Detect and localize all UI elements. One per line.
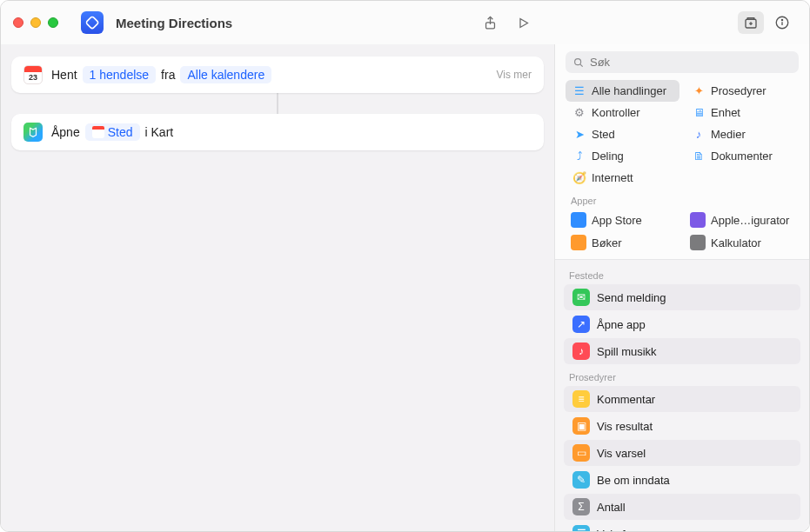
pinned-item-send-message[interactable]: ✉︎Send melding [564,284,800,310]
search-input[interactable] [590,56,792,69]
apps-list: App Store Apple…igurator Bøker Kalkulato… [562,209,802,254]
scripting-item-choose-menu[interactable]: ☰Velg fra meny [564,521,800,531]
maps-icon [23,123,43,142]
action-word: i Kart [145,125,174,139]
shortcut-title: Meeting Directions [116,16,232,30]
action-library-button[interactable] [738,11,764,34]
app-item-appstore[interactable]: App Store [566,209,679,231]
action-connector [11,93,544,114]
menu-icon: ☰ [572,525,590,531]
body-split: 23 Hent 1 hendelse fra Alle kalendere Vi… [1,44,809,531]
category-device[interactable]: 🖥︎Enhet [685,102,799,123]
appstore-icon [571,212,586,228]
action-open-in-maps[interactable]: Åpne Sted i Kart [11,114,544,150]
location-token[interactable]: Sted [85,123,140,141]
scripting-item-show-alert[interactable]: ▭Vis varsel [564,440,800,466]
input-icon: ✎ [572,471,590,489]
sidebar-bottom-pane: Festede ✉︎Send melding ↗︎Åpne app ♪Spill… [555,259,809,531]
calendar-icon: 23 [23,65,43,84]
pinned-section-label: Festede [560,263,804,283]
books-icon [571,235,586,250]
zoom-window-button[interactable] [48,17,58,28]
shortcut-app-icon [81,11,104,34]
apps-section-label: Apper [562,189,802,209]
scripting-item-ask-input[interactable]: ✎Be om inndata [564,467,800,493]
action-word: fra [161,68,175,82]
app-window: Meeting Directions 23 Hent 1 h [0,0,810,532]
open-app-icon: ↗︎ [572,316,590,333]
category-controls[interactable]: ⚙︎Kontroller [566,102,679,123]
music-icon: ♪ [572,342,590,360]
event-count-token[interactable]: 1 hendelse [83,66,157,83]
calculator-icon [690,235,706,250]
action-word: Åpne [51,125,80,139]
scripting-section-label: Prosedyrer [560,365,804,385]
result-icon: ▣ [572,417,590,435]
search-field[interactable] [566,51,799,73]
configurator-icon [690,212,706,228]
message-icon: ✉︎ [572,289,590,306]
category-media[interactable]: ♪Medier [685,123,799,145]
svg-point-5 [575,58,581,64]
info-button[interactable] [769,11,795,34]
scripting-item-count[interactable]: ΣAntall [564,494,800,520]
category-location[interactable]: ➤Sted [566,123,679,145]
svg-point-4 [781,19,782,20]
scripting-item-show-result[interactable]: ▣Vis resultat [564,413,800,439]
calendar-mini-icon [92,126,104,138]
minimize-window-button[interactable] [30,17,41,28]
category-documents[interactable]: 🗎Dokumenter [685,145,799,167]
category-scripting[interactable]: ✦Prosedyrer [685,80,799,102]
show-more-button[interactable]: Vis mer [497,69,532,81]
editor-canvas[interactable]: 23 Hent 1 hendelse fra Alle kalendere Vi… [1,44,554,531]
svg-rect-0 [85,16,98,29]
pinned-item-open-app[interactable]: ↗︎Åpne app [564,311,800,337]
app-item-calculator[interactable]: Kalkulator [685,231,799,254]
action-word: Hent [51,68,77,82]
count-icon: Σ [572,498,590,515]
share-button[interactable] [477,10,503,35]
calendar-token[interactable]: Alle kalendere [180,66,271,83]
app-item-configurator[interactable]: Apple…igurator [685,209,799,231]
comment-icon: ≡ [572,390,590,408]
close-window-button[interactable] [13,17,23,28]
action-get-calendar-events[interactable]: 23 Hent 1 hendelse fra Alle kalendere Vi… [11,57,544,93]
category-grid: ☰Alle handlinger ✦Prosedyrer ⚙︎Kontrolle… [562,80,802,189]
sidebar: ☰Alle handlinger ✦Prosedyrer ⚙︎Kontrolle… [554,44,809,531]
category-all-actions[interactable]: ☰Alle handlinger [566,80,679,102]
titlebar: Meeting Directions [1,1,809,44]
category-web[interactable]: 🧭Internett [566,167,679,189]
window-controls [13,17,58,28]
app-item-books[interactable]: Bøker [566,231,679,254]
category-sharing[interactable]: ⤴︎Deling [566,145,679,167]
pinned-item-play-music[interactable]: ♪Spill musikk [564,338,800,364]
run-button[interactable] [510,10,536,35]
alert-icon: ▭ [572,444,590,462]
scripting-item-comment[interactable]: ≡Kommentar [564,386,800,412]
